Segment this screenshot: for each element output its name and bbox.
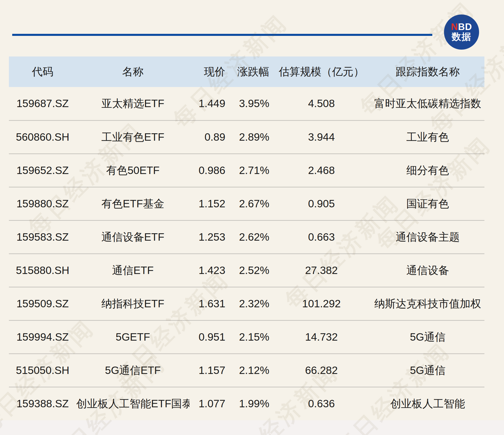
- table-cell: 工业有色: [371, 120, 484, 154]
- table-cell: 5G通信: [371, 354, 484, 387]
- table-cell: 2.89%: [228, 120, 272, 154]
- table-cell: 27.382: [272, 254, 371, 287]
- header-divider-rule: [12, 34, 432, 36]
- table-row: 159652.SZ有色50ETF0.9862.71%2.468细分有色: [9, 154, 484, 187]
- table-cell: 515880.SH: [9, 254, 76, 287]
- logo-letter-n: N: [451, 22, 458, 32]
- bottom-background-strip: [0, 420, 504, 435]
- column-header: 代码: [9, 56, 76, 87]
- table-cell: 0.89: [189, 120, 228, 154]
- table-cell: 有色ETF基金: [76, 187, 189, 220]
- table-cell: 4.508: [272, 87, 371, 120]
- table-cell: 有色50ETF: [76, 154, 189, 187]
- table-cell: 通信设备ETF: [76, 220, 189, 254]
- table-cell: 5G通信ETF: [76, 354, 189, 387]
- column-header: 名称: [76, 56, 189, 87]
- table-cell: 纳斯达克科技市值加权: [371, 287, 484, 320]
- table-cell: 工业有色ETF: [76, 120, 189, 154]
- table-cell: 14.732: [272, 320, 371, 354]
- etf-data-table: 代码名称现价涨跌幅估算规模（亿元）跟踪指数名称 159687.SZ亚太精选ETF…: [9, 56, 484, 420]
- table-cell: 515050.SH: [9, 354, 76, 387]
- table-cell: 2.15%: [228, 320, 272, 354]
- table-cell: 0.636: [272, 387, 371, 420]
- table-cell: 3.944: [272, 120, 371, 154]
- table-cell: 通信设备: [371, 254, 484, 287]
- table-cell: 3.95%: [228, 87, 272, 120]
- table-cell: 富时亚太低碳精选指数: [371, 87, 484, 120]
- table-cell: 159652.SZ: [9, 154, 76, 187]
- table-cell: 5G通信: [371, 320, 484, 354]
- table-body: 159687.SZ亚太精选ETF1.4493.95%4.508富时亚太低碳精选指…: [9, 87, 484, 420]
- table-cell: 1.423: [189, 254, 228, 287]
- table-row: 159583.SZ通信设备ETF1.2532.62%0.663通信设备主题: [9, 220, 484, 254]
- table-row: 560860.SH工业有色ETF0.892.89%3.944工业有色: [9, 120, 484, 154]
- table-row: 159509.SZ纳指科技ETF1.6312.32%101.292纳斯达克科技市…: [9, 287, 484, 320]
- table-cell: 1.631: [189, 287, 228, 320]
- table-cell: 通信设备主题: [371, 220, 484, 254]
- nbd-logo-text: NBD: [451, 22, 472, 32]
- table-cell: 2.468: [272, 154, 371, 187]
- table-cell: 细分有色: [371, 154, 484, 187]
- table-row: 159880.SZ有色ETF基金1.1522.67%0.905国证有色: [9, 187, 484, 220]
- column-header: 涨跌幅: [228, 56, 272, 87]
- header-row: 代码名称现价涨跌幅估算规模（亿元）跟踪指数名称: [9, 56, 484, 87]
- nbd-logo: NBD 数据: [444, 14, 479, 50]
- table-cell: 159583.SZ: [9, 220, 76, 254]
- table-row: 159388.SZ创业板人工智能ETF国泰1.0771.99%0.636创业板人…: [9, 387, 484, 420]
- table-cell: 0.986: [189, 154, 228, 187]
- column-header: 估算规模（亿元）: [272, 56, 371, 87]
- table-cell: 2.67%: [228, 187, 272, 220]
- table-row: 159994.SZ5GETF0.9512.15%14.7325G通信: [9, 320, 484, 354]
- table-cell: 2.12%: [228, 354, 272, 387]
- table-row: 515050.SH5G通信ETF1.1572.12%66.2825G通信: [9, 354, 484, 387]
- table-cell: 1.077: [189, 387, 228, 420]
- table-cell: 创业板人工智能ETF国泰: [76, 387, 189, 420]
- column-header: 现价: [189, 56, 228, 87]
- table-cell: 66.282: [272, 354, 371, 387]
- table-cell: 通信ETF: [76, 254, 189, 287]
- table-cell: 亚太精选ETF: [76, 87, 189, 120]
- table-cell: 0.663: [272, 220, 371, 254]
- table-cell: 1.157: [189, 354, 228, 387]
- table-cell: 1.449: [189, 87, 228, 120]
- table-cell: 0.951: [189, 320, 228, 354]
- table-cell: 159509.SZ: [9, 287, 76, 320]
- table-cell: 创业板人工智能: [371, 387, 484, 420]
- table-cell: 2.71%: [228, 154, 272, 187]
- table-cell: 560860.SH: [9, 120, 76, 154]
- table-cell: 2.52%: [228, 254, 272, 287]
- table-cell: 159687.SZ: [9, 87, 76, 120]
- table-cell: 2.62%: [228, 220, 272, 254]
- table-cell: 159388.SZ: [9, 387, 76, 420]
- logo-letters-bd: BD: [458, 22, 472, 32]
- table-cell: 1.152: [189, 187, 228, 220]
- table-cell: 1.99%: [228, 387, 272, 420]
- table-row: 159687.SZ亚太精选ETF1.4493.95%4.508富时亚太低碳精选指…: [9, 87, 484, 120]
- nbd-logo-subtext: 数据: [452, 32, 471, 42]
- table-row: 515880.SH通信ETF1.4232.52%27.382通信设备: [9, 254, 484, 287]
- table-cell: 5GETF: [76, 320, 189, 354]
- table-cell: 1.253: [189, 220, 228, 254]
- table-cell: 159994.SZ: [9, 320, 76, 354]
- table-cell: 0.905: [272, 187, 371, 220]
- table-cell: 159880.SZ: [9, 187, 76, 220]
- column-header: 跟踪指数名称: [371, 56, 484, 87]
- table-cell: 101.292: [272, 287, 371, 320]
- table-cell: 纳指科技ETF: [76, 287, 189, 320]
- table-cell: 2.32%: [228, 287, 272, 320]
- table-cell: 国证有色: [371, 187, 484, 220]
